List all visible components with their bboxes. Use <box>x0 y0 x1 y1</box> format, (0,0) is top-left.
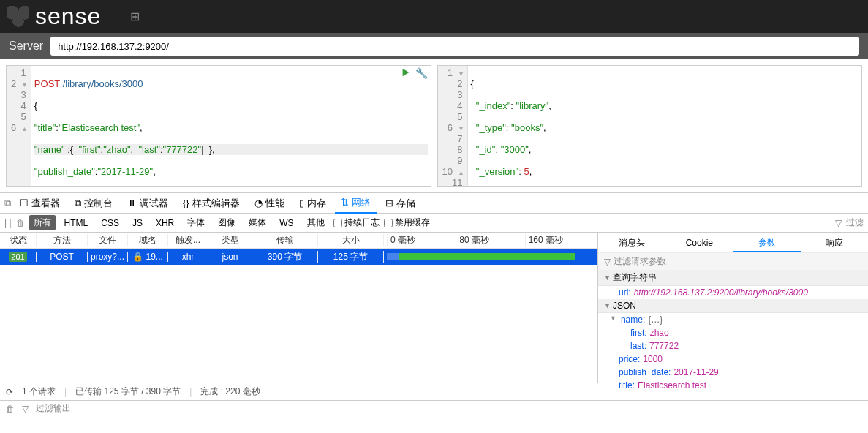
network-table: 状态 方法 文件 域名 触发... 类型 传输 大小 0 毫秒 80 毫秒 16… <box>0 233 597 383</box>
logo-flower-icon <box>7 6 29 28</box>
tab-style-editor[interactable]: {}样式编辑器 <box>177 193 246 214</box>
devtools-new-window-icon[interactable]: ⧉ <box>4 197 11 209</box>
funnel-icon[interactable]: ▽ <box>835 218 842 228</box>
network-headers: 状态 方法 文件 域名 触发... 类型 传输 大小 0 毫秒 80 毫秒 16… <box>0 233 597 249</box>
app-logo: sense <box>35 3 101 30</box>
tab-debugger[interactable]: ⏸调试器 <box>121 193 174 214</box>
pause-icon[interactable]: | | <box>4 218 12 228</box>
server-label: Server <box>9 39 43 53</box>
console-bottom-bar: 🗑 ▽ 过滤输出 <box>0 400 868 416</box>
grid-icon[interactable]: ⊞ <box>130 10 140 23</box>
persist-log-checkbox[interactable]: 持续日志 <box>333 217 380 229</box>
filter-images[interactable]: 图像 <box>214 215 240 230</box>
col-domain[interactable]: 域名 <box>128 234 168 246</box>
request-details-panel: 消息头 Cookie 参数 响应 ▽过滤请求参数 ▼查询字符串 uri: htt… <box>597 233 868 383</box>
detail-filter[interactable]: ▽过滤请求参数 <box>598 253 868 270</box>
tab-console[interactable]: ⧉控制台 <box>69 193 118 214</box>
disable-cache-checkbox[interactable]: 禁用缓存 <box>384 217 430 229</box>
app-header: sense ⊞ <box>0 0 868 33</box>
col-cause[interactable]: 触发... <box>168 234 208 246</box>
section-json[interactable]: ▼JSON <box>598 299 868 313</box>
devtools-tabs: ⧉ ☐查看器 ⧉控制台 ⏸调试器 {}样式编辑器 ◔性能 ▯内存 ⇅网络 ⊟存储 <box>0 193 868 214</box>
funnel-icon[interactable]: ▽ <box>22 404 29 414</box>
filter-ws[interactable]: WS <box>275 217 298 230</box>
col-file[interactable]: 文件 <box>88 234 128 246</box>
request-editor[interactable]: 1 2 ▾3 4 5 6 ▴ POST /library/books/3000 … <box>6 65 431 187</box>
request-code[interactable]: POST /library/books/3000 { "title":"Elas… <box>31 66 431 186</box>
funnel-icon: ▽ <box>604 257 611 267</box>
retry-icon[interactable]: ⟳ <box>6 387 13 397</box>
wrench-icon[interactable]: 🔧 <box>415 67 428 80</box>
request-gutter: 1 2 ▾3 4 5 6 ▴ <box>7 66 31 186</box>
response-code: { "_index": "library", "_type": "books",… <box>468 66 861 186</box>
filter-other[interactable]: 其他 <box>303 215 329 230</box>
section-query-string[interactable]: ▼查询字符串 <box>598 270 868 286</box>
server-bar: Server <box>0 33 868 59</box>
detail-tab-cookies[interactable]: Cookie <box>665 233 733 252</box>
filter-js[interactable]: JS <box>128 217 147 230</box>
tab-network[interactable]: ⇅网络 <box>335 193 377 214</box>
col-status[interactable]: 状态 <box>0 234 37 246</box>
status-badge: 201 <box>9 252 26 262</box>
response-gutter: 1 ▾2 3 4 5 6 ▾7 8 9 10 ▴11 <box>438 66 468 186</box>
filter-css[interactable]: CSS <box>97 217 124 230</box>
detail-tab-params[interactable]: 参数 <box>733 233 801 252</box>
response-viewer[interactable]: 1 ▾2 3 4 5 6 ▾7 8 9 10 ▴11 { "_index": "… <box>437 65 863 187</box>
run-request-icon[interactable] <box>401 67 411 80</box>
trash-icon[interactable]: 🗑 <box>16 218 25 228</box>
detail-tab-response[interactable]: 响应 <box>801 233 868 252</box>
tab-inspector[interactable]: ☐查看器 <box>14 193 66 214</box>
trash-icon[interactable]: 🗑 <box>6 404 15 414</box>
filter-fonts[interactable]: 字体 <box>183 215 209 230</box>
tab-performance[interactable]: ◔性能 <box>249 193 290 214</box>
tab-memory[interactable]: ▯内存 <box>293 193 332 214</box>
network-filter-bar: | | 🗑 所有 HTML CSS JS XHR 字体 图像 媒体 WS 其他 … <box>0 214 868 233</box>
filter-media[interactable]: 媒体 <box>244 215 271 230</box>
col-method[interactable]: 方法 <box>37 234 88 246</box>
network-row[interactable]: 201 POST proxy?... 🔒 19... xhr json 390 … <box>0 249 597 265</box>
detail-tab-headers[interactable]: 消息头 <box>598 233 665 252</box>
col-transfer[interactable]: 传输 <box>252 234 318 246</box>
filter-xhr[interactable]: XHR <box>151 217 178 230</box>
tab-storage[interactable]: ⊟存储 <box>380 193 421 214</box>
col-size[interactable]: 大小 <box>318 234 384 246</box>
filter-html[interactable]: HTML <box>60 217 93 230</box>
col-type[interactable]: 类型 <box>208 234 252 246</box>
server-url-input[interactable] <box>50 37 859 56</box>
filter-label: 过滤 <box>846 217 864 229</box>
timing-bar <box>384 253 597 260</box>
filter-all[interactable]: 所有 <box>29 215 56 230</box>
col-timeline: 0 毫秒 80 毫秒 160 毫秒 <box>384 234 597 246</box>
